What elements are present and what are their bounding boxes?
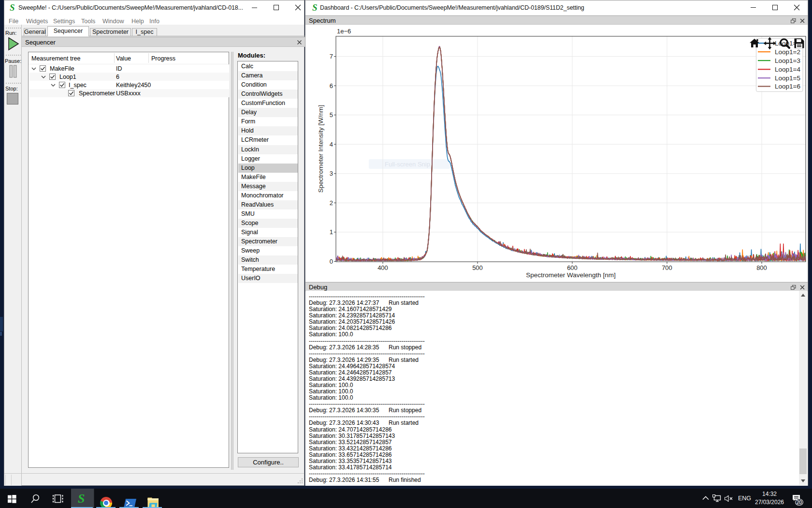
svg-text:S: S [10, 3, 15, 13]
svg-text:S: S [78, 493, 85, 505]
